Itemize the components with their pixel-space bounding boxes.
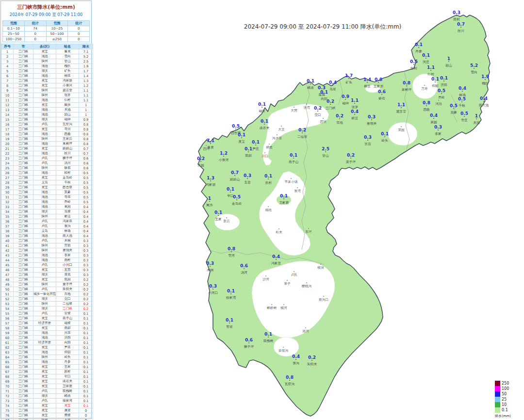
table-cell: 63 [1,350,14,355]
station-dot-icon [213,289,213,290]
table-cell: 灵宝 [33,83,56,88]
table-cell: 千秋 [56,180,79,185]
station-name: 段村 [410,66,417,70]
table-row: 21三门峡灵宝娘娘山0.7 [1,146,93,151]
station-dot-icon [476,118,477,119]
table-cell: 卢氏 [33,287,56,292]
table-cell: 31 [1,195,14,200]
table-cell: 70 [1,384,14,389]
summary-row: 0.1~107410~250 [3,26,90,32]
station-dot-icon [317,111,318,112]
table-cell: 三门峡 [14,103,33,108]
table-cell: 三门峡 [14,219,33,224]
station-rain-value: 0.1 [238,132,246,137]
table-cell: 三门峡 [14,69,33,74]
table-cell: 2 [1,54,14,59]
table-cell: 0.5 [79,195,93,200]
table-row: 68三门峡灵宝窄口0.1 [1,374,93,379]
table-cell: 桥洼 [56,214,79,219]
table-cell: 双槐树 [56,389,79,394]
summary-cell: 范围 [3,21,25,26]
town-name: 卢氏 [291,273,297,277]
table-cell: 马坡 [56,210,79,214]
station-dot-icon [430,70,431,71]
table-cell: 1 [1,49,14,54]
table-row: 16三门峡卢氏瓦窑沟0.8 [1,122,93,127]
town-dot-icon [271,304,272,305]
station-name: 段川 [457,29,464,33]
station-name: 河庄 [423,60,429,64]
table-row: 20三门峡渑池果树坪0.8 [1,142,93,146]
table-row: 47三门峡湖滨崖底0.3 [1,273,93,277]
table-cell: 灵宝 [33,127,56,132]
table-cell: 0 [79,413,93,418]
table-cell: 卢氏 [33,263,56,268]
station-name: 槐扒 [482,81,489,85]
table-cell: 冯家塬 [56,79,79,83]
station-rain-value: 0.1 [264,174,272,178]
table-cell: 72 [1,394,14,399]
station-name: 雁翎关 [367,122,377,126]
table-cell: 41 [1,243,14,248]
station-name: 王家后 [374,84,384,88]
table-cell: 果树坪 [56,142,79,146]
station-dot-icon [406,85,407,86]
table-cell: 37 [1,224,14,229]
table-row: 29三门峡灵宝西古驿0.5 [1,185,93,190]
station-dot-icon [311,360,312,361]
station-rain-value: 0.8 [228,246,235,251]
table-row: 37三门峡卢氏寨沟0.4 [1,224,93,229]
table-row: 43三门峡渑池李家0.3 [1,253,93,258]
town-name: 大营 [291,109,297,113]
table-row: 59三门峡渑池河庄0.1 [1,331,93,336]
table-cell: 三门峡 [14,263,33,268]
station-name: 磁钟 [342,101,349,105]
table-cell: 渑池 [33,54,56,59]
station-dot-icon [462,91,463,92]
table-cell: 三门峡 [14,200,33,205]
station-dot-icon [235,129,236,129]
station-dot-icon [264,124,265,125]
table-cell: 灵宝 [33,365,56,370]
table-cell: 冯家庄 [56,219,79,224]
table-cell: 三门峡 [14,379,33,384]
table-row: 71三门峡卢氏双槐树0.1 [1,389,93,394]
table-row: 15三门峡湖滨磁钟0.9 [1,117,93,122]
table-row: 54三门峡湖滨三门峡0.2 [1,307,93,311]
table-cell: 三门峡 [14,176,33,180]
panel-subtitle: 2024年 07-29 09:00 至 07-29 11:00 [1,12,91,18]
table-cell: 苏村 [56,370,79,374]
town-name: 菜园 [398,128,405,132]
table-row: 32三门峡渑池乔岭0.5 [1,200,93,205]
table-cell: 1.4 [79,74,93,79]
table-cell: 0.8 [79,132,93,137]
station-rain-value: 1.3 [207,176,214,180]
station-dot-icon [483,101,484,102]
town-dot-icon [294,271,295,272]
table-cell: 三门峡 [14,365,33,370]
table-cell: 26 [1,171,14,176]
station-rain-value: 1 [475,113,478,118]
table-row: 64三门峡陕州岭头0.1 [1,355,93,360]
table-cell: 0.3 [79,273,93,277]
table-cell: 走马岭 [56,176,79,180]
table-cell: 小河口 [56,263,79,268]
table-cell: 51 [1,292,14,297]
town-dot-icon [287,280,288,281]
station-dot-icon [223,156,224,157]
table-cell: 34 [1,210,14,214]
table-cell: 71 [1,389,14,394]
table-row: 62三门峡灵宝尹庄0.1 [1,345,93,350]
table-cell: 三门峡 [14,151,33,156]
table-row: 13三门峡渑池天池1 [1,108,93,113]
table-cell: 0.9 [79,117,93,122]
station-dot-icon [248,342,249,343]
table-cell: 0.2 [79,287,93,292]
town-name: 西张 [320,120,327,124]
table-cell: 陕州 [33,282,56,287]
station-rain-value: 0.4 [430,113,438,118]
town-name: 榔桥树 [267,306,277,310]
table-cell: 0.4 [79,210,93,214]
table-cell: 经济开发 [33,340,56,345]
table-cell: 陕州 [33,93,56,98]
